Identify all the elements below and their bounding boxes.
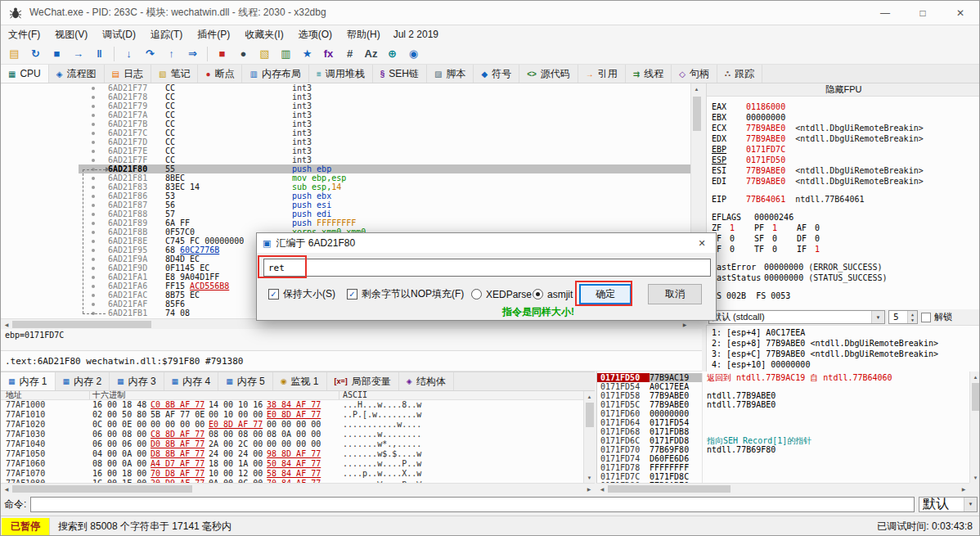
scroll-left-icon[interactable]: ◀: [1, 319, 12, 329]
stack-row[interactable]: 0171FD5077B9AC19返回到 ntdll.77B9AC19 自 ntd…: [597, 373, 980, 382]
stepper-up-icon[interactable]: ▲: [908, 311, 917, 318]
command-input[interactable]: [30, 497, 915, 512]
menu-item[interactable]: 选项(O): [291, 25, 339, 43]
bottom-tab-memory-5[interactable]: ▦内存 5: [218, 372, 273, 390]
tab-source[interactable]: <>源代码: [519, 65, 578, 83]
stop-button[interactable]: ■: [47, 45, 67, 63]
argument-row[interactable]: 2: [esp+8] 77B9ABE0 <ntdll.DbgUiRemoteBr…: [712, 338, 980, 349]
disasm-row[interactable]: 6AD21F7DCCint3: [79, 137, 690, 146]
registers-pane[interactable]: 隐藏FPU EAX01186000EBX00000000ECX77B9ABE0<…: [706, 83, 980, 309]
keep-size-checkbox[interactable]: ✓ 保持大小(S): [268, 284, 335, 304]
stack-row[interactable]: 0171FD680171FDB8: [597, 427, 980, 436]
scroll-thumb[interactable]: [12, 321, 151, 328]
disasm-row[interactable]: 6AD21F8857push edi: [79, 209, 690, 218]
register-row[interactable]: EAX01186000: [712, 101, 980, 112]
flag-if[interactable]: IF1: [797, 244, 839, 254]
step-into-button[interactable]: ↓: [119, 45, 139, 63]
argument-row[interactable]: 4: [esp+10] 00000000: [712, 359, 980, 370]
register-row[interactable]: LastStatus00000000(STATUS_SUCCESS): [712, 273, 980, 283]
register-row[interactable]: EDI77B9ABE0<ntdll.DbgUiRemoteBreakin>: [712, 176, 980, 187]
disasm-row[interactable]: 6AD21F78CCint3: [79, 92, 690, 101]
stack-row[interactable]: 0171FD5877B9ABE0ntdll.77B9ABE0: [597, 391, 980, 400]
disasm-row[interactable]: 6AD21F7FCCint3: [79, 155, 690, 164]
maximize-button[interactable]: □: [904, 1, 942, 25]
scroll-up-icon[interactable]: ▲: [584, 391, 595, 402]
memory-dump-pane[interactable]: 77AF100016 00 18 48C0 8B AF 7714 00 10 1…: [1, 400, 583, 483]
register-row[interactable]: LastError00000000(ERROR_SUCCESS): [712, 262, 980, 273]
dump-row[interactable]: 77AF107016 00 18 0070 D8 AF 7710 00 12 0…: [1, 469, 583, 479]
disasm-row[interactable]: 6AD21F79CCint3: [79, 101, 690, 110]
tab-breakpoints[interactable]: ●断点: [198, 65, 242, 83]
stack-row[interactable]: 0171FD74D60FE6D6: [597, 454, 980, 463]
stack-pane[interactable]: 0171FD5077B9AC19返回到 ntdll.77B9AC19 自 ntd…: [596, 372, 980, 483]
argument-count-stepper[interactable]: 5 ▲ ▼: [888, 310, 918, 324]
dump-row[interactable]: 77AF104006 00 06 00D0 8B AF 772A 00 2C 0…: [1, 439, 583, 449]
case-button[interactable]: Az: [361, 45, 381, 63]
stepper-down-icon[interactable]: ▼: [908, 318, 917, 324]
bottom-tab-locals[interactable]: [x=]局部变量: [327, 372, 399, 390]
flag-af[interactable]: AF0: [797, 223, 839, 233]
tab-cpu[interactable]: ▦CPU: [1, 65, 49, 83]
tab-notes[interactable]: ▧笔记: [151, 65, 198, 83]
disasm-row[interactable]: 6AD21F77CCint3: [79, 83, 690, 92]
scroll-up-icon[interactable]: ▲: [970, 372, 980, 382]
asmjit-radio[interactable]: asmjit: [533, 284, 573, 304]
flag-df[interactable]: DF0: [797, 233, 839, 244]
scroll-left-icon[interactable]: ◀: [596, 484, 608, 493]
menu-item[interactable]: 文件(F): [1, 25, 47, 43]
bottom-tab-memory-1[interactable]: ▦内存 1: [1, 372, 56, 390]
hide-fpu-button[interactable]: 隐藏FPU: [707, 83, 980, 97]
unlock-checkbox[interactable]: 解锁: [921, 311, 952, 323]
arguments-pane[interactable]: 1: [esp+4] A0C17EEA2: [esp+8] 77B9ABE0 <…: [706, 325, 980, 372]
stack-row[interactable]: 0171FD6000000000: [597, 409, 980, 418]
tab-references[interactable]: →引用: [578, 65, 626, 83]
disasm-row[interactable]: 6AD21F7BCCint3: [79, 119, 690, 128]
stack-row[interactable]: 0171FD7077B69F80ntdll.77B69F80: [597, 445, 980, 454]
bottom-tab-watch-1[interactable]: ◉监视 1: [273, 372, 327, 390]
flag-pf[interactable]: PF1: [754, 223, 797, 233]
tab-memory-map[interactable]: ▥内存布局: [242, 65, 308, 83]
scroll-thumb[interactable]: [608, 485, 731, 493]
dialog-title-bar[interactable]: ▣ 汇编于 6AD21F80 ✕: [257, 233, 716, 253]
bottom-tab-memory-4[interactable]: ▦内存 4: [164, 372, 219, 390]
menu-item[interactable]: 插件(P): [190, 25, 237, 43]
dump-row[interactable]: 77AF103006 00 08 00C8 8D AF 7708 00 08 0…: [1, 430, 583, 439]
stack-row[interactable]: 0171FD640171FD54: [597, 418, 980, 427]
bottom-tab-memory-2[interactable]: ▦内存 2: [56, 372, 110, 390]
disasm-row[interactable]: 6AD21F7CCCint3: [79, 128, 690, 137]
disasm-row[interactable]: 6AD21F896A FFpush FFFFFFFF: [79, 218, 690, 227]
disasm-row[interactable]: 6AD21F8756push esi: [79, 200, 690, 209]
register-row[interactable]: ESI77B9ABE0<ntdll.DbgUiRemoteBreakin>: [712, 165, 980, 176]
menu-item[interactable]: 帮助(H): [339, 25, 388, 43]
tab-symbols[interactable]: ◆符号: [474, 65, 519, 83]
flag-sf[interactable]: SF0: [754, 233, 797, 244]
dump-row[interactable]: 77AF105004 00 0A 00D8 8B AF 7724 00 24 0…: [1, 449, 583, 459]
step-out-button[interactable]: ↑: [161, 45, 182, 63]
argument-row[interactable]: 3: [esp+C] 77B9ABE0 <ntdll.DbgUiRemoteBr…: [712, 349, 980, 359]
disasm-row[interactable]: 6AD21F818BECmov ebp,esp: [79, 173, 690, 182]
scroll-thumb[interactable]: [12, 485, 192, 493]
find-strings-button[interactable]: ◉: [403, 45, 424, 63]
disasm-row[interactable]: 6AD21F8653push ebx: [79, 191, 690, 200]
scroll-thumb[interactable]: [972, 383, 980, 411]
tab-script[interactable]: ▨脚本: [427, 65, 474, 83]
register-row[interactable]: EBX00000000: [712, 112, 980, 123]
stack-vertical-scrollbar[interactable]: ▲ ▼: [969, 372, 980, 483]
register-row[interactable]: ECX77B9ABE0<ntdll.DbgUiRemoteBreakin>: [712, 123, 980, 133]
settings-button[interactable]: ⊕: [382, 45, 402, 63]
dump-vertical-scrollbar[interactable]: ▲ ▼: [583, 391, 595, 483]
scroll-thumb[interactable]: [586, 403, 594, 427]
disasm-row[interactable]: 6AD21F8055push ebp: [79, 164, 690, 173]
step-over-button[interactable]: ↷: [140, 45, 160, 63]
segment-registers-row[interactable]: GS 002B FS 0053: [712, 291, 980, 301]
chevron-down-icon[interactable]: ▼: [964, 498, 977, 511]
calling-convention-select[interactable]: 默认 (stdcall) ▼: [708, 310, 885, 324]
tab-threads[interactable]: ⇉线程: [626, 65, 672, 83]
nop-fill-checkbox[interactable]: ✓ 剩余字节以NOP填充(F): [347, 284, 464, 304]
disasm-row[interactable]: 6AD21F7ACCint3: [79, 110, 690, 119]
flag-tf[interactable]: TF0: [754, 244, 797, 254]
dialog-close-icon[interactable]: ✕: [688, 233, 716, 253]
register-row[interactable]: EFLAGS00000246: [712, 212, 980, 223]
menu-item[interactable]: 视图(V): [47, 25, 95, 43]
dump-row[interactable]: 77AF106008 00 0A 00A4 D7 AF 7718 00 1A 0…: [1, 459, 583, 469]
